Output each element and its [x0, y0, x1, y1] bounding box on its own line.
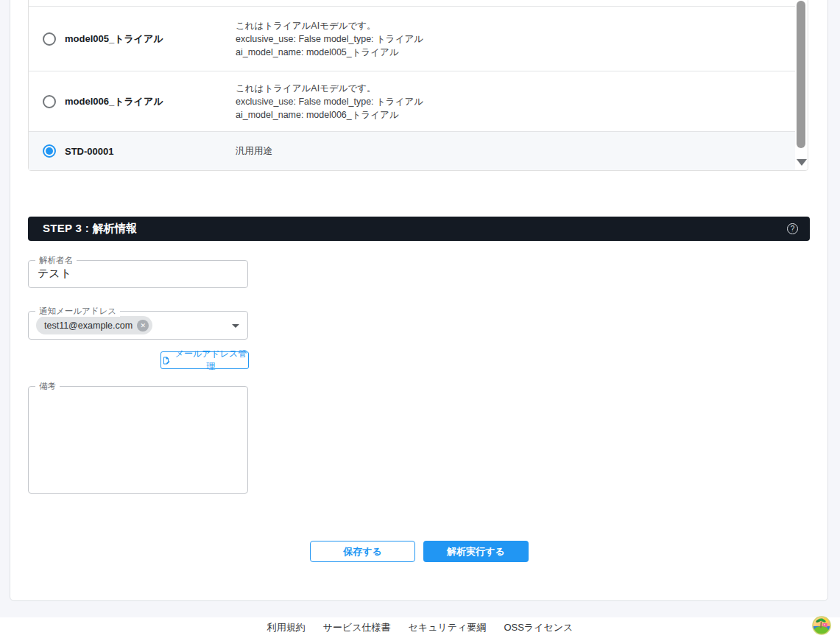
chevron-down-icon	[232, 324, 239, 328]
scrollbar-track[interactable]	[795, 0, 808, 170]
save-button[interactable]: 保存する	[310, 541, 415, 562]
screen: model005_トライアル これはトライアルAIモデルです。 exclusiv…	[0, 0, 840, 638]
model-description: 汎用用途	[236, 144, 436, 158]
model-row[interactable]: model005_トライアル これはトライアルAIモデルです。 exclusiv…	[29, 6, 795, 71]
footer-link-service-spec[interactable]: サービス仕様書	[323, 621, 391, 634]
step3-header: STEP 3 : 解析情報 ?	[28, 217, 810, 241]
manage-email-label: メールアドレス管理	[174, 348, 248, 373]
footer-link-terms[interactable]: 利用規約	[267, 621, 306, 634]
scrollbar-thumb[interactable]	[797, 1, 805, 148]
email-chip-text: test11@example.com	[44, 320, 133, 331]
analyst-name-field[interactable]: 解析者名	[28, 260, 248, 288]
island-icon[interactable]	[812, 616, 831, 635]
model-name: STD-00001	[65, 146, 236, 157]
remarks-textarea[interactable]	[37, 394, 239, 487]
chip-remove-icon[interactable]: ✕	[137, 320, 149, 332]
analyst-name-label: 解析者名	[35, 255, 77, 266]
email-select[interactable]: 通知メールアドレス test11@example.com ✕	[28, 311, 248, 340]
remarks-field[interactable]: 備考	[28, 386, 248, 494]
model-name: model006_トライアル	[65, 95, 236, 108]
edit-document-icon	[161, 356, 170, 365]
footer: 利用規約 サービス仕様書 セキュリティ要綱 OSSライセンス	[0, 617, 840, 638]
footer-link-oss-license[interactable]: OSSライセンス	[504, 621, 573, 634]
model-list: model005_トライアル これはトライアルAIモデルです。 exclusiv…	[28, 0, 808, 171]
email-select-label: 通知メールアドレス	[35, 306, 120, 317]
scroll-down-icon	[797, 159, 807, 166]
model-row[interactable]: model006_トライアル これはトライアルAIモデルです。 exclusiv…	[29, 71, 795, 131]
execute-analysis-button[interactable]: 解析実行する	[423, 541, 529, 562]
model-name: model005_トライアル	[65, 32, 236, 46]
footer-link-security[interactable]: セキュリティ要綱	[409, 621, 487, 634]
model-description: これはトライアルAIモデルです。 exclusive_use: False mo…	[236, 82, 436, 122]
email-chip[interactable]: test11@example.com ✕	[36, 316, 152, 334]
step3-title: STEP 3 : 解析情報	[43, 222, 138, 236]
model-description: これはトライアルAIモデルです。 exclusive_use: False mo…	[236, 19, 436, 59]
radio-button[interactable]	[43, 32, 56, 46]
list-filler-row	[29, 0, 795, 6]
radio-button-selected-icon[interactable]	[43, 144, 56, 158]
model-row-selected[interactable]: STD-00001 汎用用途	[29, 131, 795, 170]
scrollbar-down-button[interactable]	[796, 158, 807, 166]
remarks-label: 備考	[35, 381, 60, 392]
radio-button[interactable]	[43, 95, 56, 108]
help-icon[interactable]: ?	[787, 223, 798, 234]
analyst-name-input[interactable]	[38, 267, 239, 280]
manage-email-button[interactable]: メールアドレス管理	[160, 351, 249, 369]
